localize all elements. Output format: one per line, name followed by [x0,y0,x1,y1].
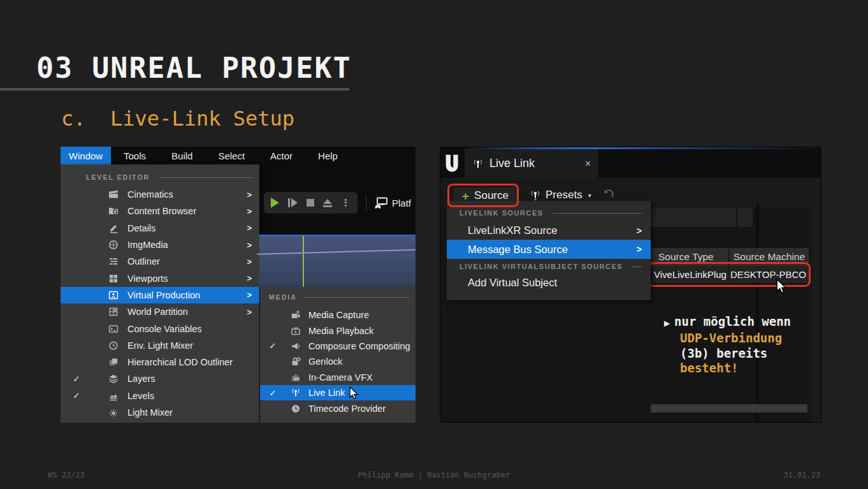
subject-filter-button[interactable] [737,208,753,227]
more-options-icon[interactable]: ⋮ [341,198,351,208]
tab-label: Live Link [489,157,535,170]
menubar-item-actor[interactable]: Actor [257,147,305,164]
pencil-icon [108,223,119,233]
world-grid-icon [108,307,119,317]
camera-icon [290,310,301,320]
note-line: nur möglich wenn [674,314,791,329]
note-line: besteht! [664,361,791,376]
chevron-right-icon: > [247,307,252,317]
menubar-item-tools[interactable]: Tools [111,147,159,164]
window-menu-dropdown: LEVEL EDITOR Cinematics > Content Browse… [61,164,259,423]
sun-icon [108,407,119,418]
menu-item-console-variables[interactable]: Console Variables [61,320,259,337]
menu-item-world-partition[interactable]: World Partition > [61,303,259,320]
chevron-right-icon: > [247,274,252,283]
chevron-right-icon: > [247,190,252,200]
menu-item-add-virtual-subject[interactable]: Add Virtual Subject [447,274,651,292]
viewport-grid-line-horizontal [257,249,416,254]
chevron-right-icon: > [637,244,642,254]
right-panel-edge [811,178,821,423]
unreal-logo-icon [444,153,463,173]
scrollbar-notch [754,412,757,423]
menu-item-levels[interactable]: ✓ Levels [61,388,259,404]
section-livelink-sources: LIVELINK SOURCES [447,207,651,219]
clapperboard-icon [108,189,119,200]
menu-item-light-mixer[interactable]: Light Mixer [61,404,259,421]
menu-item-layers[interactable]: ✓ Layers [61,370,259,387]
page-title: 03 UNREAL PROJEKT [36,51,352,85]
menu-item-viewports[interactable]: Viewports > [61,270,259,286]
horizontal-scrollbar[interactable] [651,404,807,412]
submenu-item-composure[interactable]: ✓ Composure Compositing [260,339,416,354]
menu-item-hlod-outliner[interactable]: Hierarchical LOD Outliner [61,354,259,370]
menubar-item-help[interactable]: Help [305,147,351,164]
presets-button-label: Presets [546,189,582,201]
antenna-icon [472,158,484,170]
submenu-item-media-capture[interactable]: Media Capture [260,307,416,323]
footer-date: 31.01.23 [783,471,820,479]
platforms-button[interactable]: Platf [374,197,411,209]
antenna-icon [530,189,541,201]
revert-icon[interactable] [602,188,614,201]
menu-item-livelinkxr-source[interactable]: LiveLinkXR Source > [447,221,651,240]
menu-item-env-light-mixer[interactable]: Env. Light Mixer [61,337,259,354]
submenu-item-media-playback[interactable]: Media Playback [260,323,416,338]
menu-item-virtual-production[interactable]: Virtual Production > [61,287,259,303]
mouse-cursor [776,279,788,295]
menu-item-cinematics[interactable]: Cinematics > [61,186,259,203]
column-source-type[interactable]: Source Type [651,251,728,263]
level-viewport[interactable] [259,235,416,287]
stop-button[interactable] [307,199,314,207]
transport-controls: ⋮ [264,192,358,214]
menu-item-details[interactable]: Details > [61,220,259,237]
play-button[interactable] [271,198,279,208]
source-dropdown-menu: LIVELINK SOURCES LiveLinkXR Source > Mes… [447,201,651,300]
platforms-icon [374,197,388,209]
subject-search-field[interactable] [651,208,736,227]
submenu-item-incamera-vfx[interactable]: In-Camera VFX [260,370,416,385]
slide-subtitle: c. Live-Link Setup [61,106,294,131]
viewport-grid-line-vertical [303,236,304,287]
megaphone-icon [290,341,301,351]
menu-item-imgmedia[interactable]: ImgMedia > [61,237,259,253]
clock-icon [290,404,301,414]
menubar-item-build[interactable]: Build [159,147,205,164]
virtual-production-submenu: MEDIA Media Capture Media Playback ✓ Com… [260,287,416,423]
menu-item-outliner[interactable]: Outliner > [61,253,259,270]
panel-divider [756,205,759,422]
column-source-machine[interactable]: Source Machine [730,251,809,263]
levels-icon [108,391,119,401]
annotation-box-source [447,184,519,207]
menubar-item-select[interactable]: Select [205,147,257,164]
editor-window-screenshot: Window Tools Build Select Actor Help LEV… [61,147,416,423]
env-light-icon [108,340,119,351]
footer-authors: Philipp Kamm | Bastian Buchgraber [0,471,868,479]
mouse-cursor [349,386,359,400]
chevron-right-icon: > [247,240,252,250]
frame-skip-button[interactable] [288,198,298,207]
menubar-item-window[interactable]: Window [61,147,111,164]
section-media: MEDIA [260,291,416,303]
menu-item-content-browser[interactable]: Content Browser > [61,203,259,219]
close-icon[interactable]: × [585,158,591,170]
tv-icon [290,326,301,336]
eject-button[interactable] [323,199,332,207]
submenu-item-timecode-provider[interactable]: Timecode Provider [260,400,416,416]
tab-live-link[interactable]: Live Link × [465,149,598,178]
person-card-icon [108,290,119,300]
menu-item-message-bus-source[interactable]: Message Bus Source > [447,240,651,259]
chevron-right-icon: > [247,257,252,266]
submenu-item-live-link[interactable]: ✓ Live Link [260,385,416,400]
platforms-label: Platf [392,198,411,208]
film-reel-icon [108,240,119,250]
hlod-icon [108,357,119,367]
bullet-icon: ▶ [664,316,674,331]
submenu-item-genlock[interactable]: Genlock [260,354,416,369]
livelink-tabbar: Live Link × [440,147,821,178]
section-virtualsubject-sources: LIVELINK VIRTUALSUBJECT SOURCES [447,261,651,272]
chevron-right-icon: > [247,207,252,216]
layers-icon [108,374,119,384]
check-icon: ✓ [71,391,82,400]
chevron-right-icon: > [247,290,252,300]
title-underline [0,88,349,91]
